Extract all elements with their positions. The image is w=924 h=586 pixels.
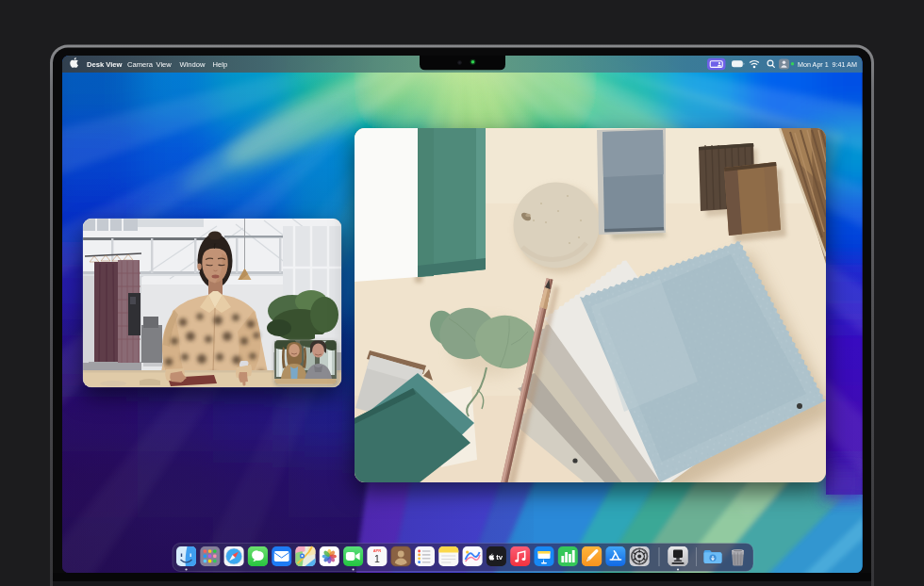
svg-text:Mon Apr 1: Mon Apr 1 xyxy=(798,60,829,69)
svg-text:View: View xyxy=(157,60,173,69)
svg-text:9:41 AM: 9:41 AM xyxy=(833,60,857,69)
svg-text:Camera: Camera xyxy=(127,60,154,69)
svg-text:Window: Window xyxy=(180,60,206,69)
svg-text:tv: tv xyxy=(496,553,503,562)
svg-text:1: 1 xyxy=(374,553,380,564)
svg-text:Help: Help xyxy=(213,60,228,69)
svg-text:Desk View: Desk View xyxy=(87,60,123,69)
